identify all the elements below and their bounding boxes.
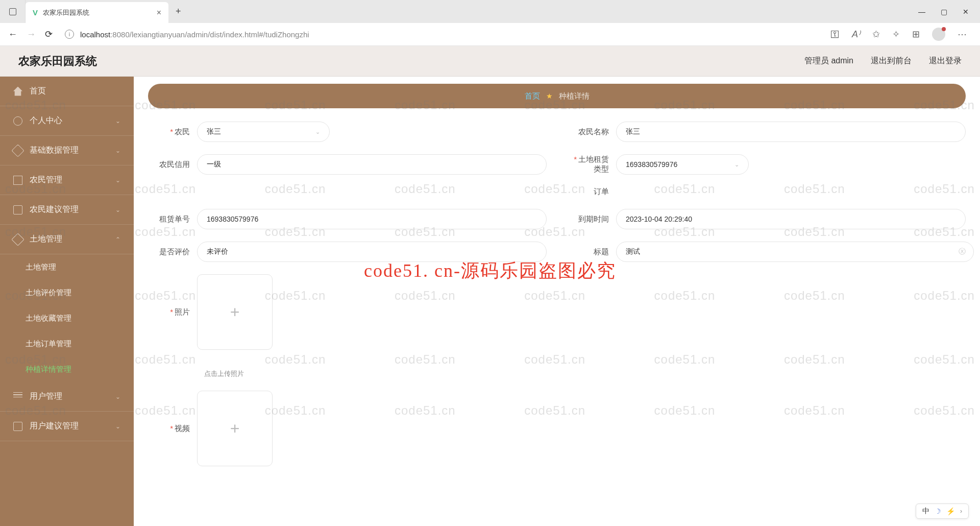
gear-icon (11, 144, 24, 157)
browser-tab[interactable]: V 农家乐田园系统 × (26, 2, 168, 23)
browser-titlebar: V 农家乐田园系统 × + — ▢ ✕ (0, 0, 980, 23)
sidebar-sub-plant-detail[interactable]: 种植详情管理 (0, 356, 134, 382)
sidebar-sub-land-review[interactable]: 土地评价管理 (0, 280, 134, 305)
app-title: 农家乐田园系统 (18, 54, 97, 69)
label-lease-no: 租赁单号 (159, 214, 190, 223)
list-icon (13, 392, 22, 401)
label-lease-type: 土地租赁类型 (578, 155, 609, 173)
chevron-down-icon: ⌄ (115, 206, 120, 213)
home-icon (13, 87, 22, 96)
chevron-down-icon: ⌄ (115, 177, 120, 184)
logout-link[interactable]: 退出登录 (929, 56, 962, 66)
flash-icon: ⚡ (946, 507, 955, 515)
favicon-icon: V (33, 8, 38, 17)
read-aloud-icon[interactable]: A⁾ (852, 29, 860, 40)
label-expire: 到期时间 (578, 214, 609, 223)
chevron-down-icon: ⌄ (115, 423, 120, 430)
profile-avatar[interactable] (932, 28, 945, 41)
sidebar-item-basic-data[interactable]: 基础数据管理 ⌄ (0, 136, 134, 165)
pin-icon (11, 233, 24, 246)
sidebar-sub-land[interactable]: 土地管理 (0, 254, 134, 280)
sidebar-item-land[interactable]: 土地管理 ⌃ (0, 225, 134, 254)
tab-strip-button[interactable] (0, 0, 26, 23)
app-header: 农家乐田园系统 管理员 admin 退出到前台 退出登录 (0, 46, 980, 77)
language-widget[interactable]: 中 ☽ ⚡ › (916, 504, 969, 519)
input-expire[interactable] (616, 209, 966, 229)
label-order: 订单 (594, 187, 609, 196)
sidebar-item-user[interactable]: 用户管理 ⌄ (0, 382, 134, 412)
upload-photo-hint: 点击上传照片 (204, 369, 966, 378)
detail-form: *农民 张三 ⌄ 农民名称 农民信用 *土地租赁类型 1693830579976 (148, 122, 966, 466)
clear-input-icon[interactable]: ⓧ (959, 247, 966, 256)
to-front-link[interactable]: 退出到前台 (871, 56, 912, 66)
select-lease-type[interactable]: 1693830579976 ⌄ (616, 154, 749, 175)
url-input[interactable]: i localhost:8080/lexiangtianyuan/admin/d… (62, 30, 821, 39)
input-lease-no[interactable] (197, 209, 547, 229)
label-title: 标题 (594, 247, 609, 256)
input-credit[interactable] (197, 154, 547, 175)
sidebar-sub-land-order[interactable]: 土地订单管理 (0, 331, 134, 356)
sidebar-item-farmer[interactable]: 农民管理 ⌄ (0, 165, 134, 195)
select-farmer[interactable]: 张三 ⌄ (197, 122, 330, 142)
chevron-down-icon: ⌄ (115, 393, 120, 400)
grid-icon (13, 176, 22, 185)
input-farmer-name[interactable] (616, 122, 966, 142)
star-icon: ★ (546, 92, 553, 100)
close-tab-icon[interactable]: × (157, 8, 161, 17)
window-controls: — ▢ ✕ (907, 0, 980, 23)
input-evaluated[interactable] (197, 242, 547, 262)
collections-icon[interactable]: ✧ (892, 29, 900, 40)
current-user[interactable]: 管理员 admin (804, 56, 853, 66)
doc-icon (13, 205, 22, 214)
address-bar: ← → ⟳ i localhost:8080/lexiangtianyuan/a… (0, 23, 980, 46)
breadcrumb: 首页 ★ 种植详情 (148, 84, 966, 108)
tab-title: 农家乐田园系统 (43, 8, 152, 17)
sidebar-item-farmer-advice[interactable]: 农民建议管理 ⌄ (0, 195, 134, 225)
chevron-down-icon: ⌄ (315, 129, 320, 135)
chevron-down-icon: ⌄ (115, 117, 120, 125)
favorite-icon[interactable]: ✩ (872, 29, 880, 40)
chevron-right-icon: › (960, 508, 962, 515)
user-icon (13, 116, 22, 126)
extensions-icon[interactable]: ⊞ (912, 29, 920, 40)
label-photo: 照片 (175, 307, 190, 316)
site-info-icon[interactable]: i (65, 30, 74, 39)
upload-video-box[interactable]: + (197, 391, 273, 466)
sidebar-sub-land-collect[interactable]: 土地收藏管理 (0, 305, 134, 331)
doc-icon (13, 422, 22, 431)
chevron-down-icon: ⌄ (115, 147, 120, 154)
chevron-down-icon: ⌄ (734, 161, 739, 168)
maximize-icon[interactable]: ▢ (941, 8, 947, 16)
upload-photo-box[interactable]: + (197, 274, 273, 350)
label-farmer: 农民 (175, 127, 190, 136)
sidebar: 首页 个人中心 ⌄ 基础数据管理 ⌄ 农民管理 ⌄ 农民建议管理 ⌄ 土地管理 … (0, 77, 134, 526)
url-text: localhost:8080/lexiangtianyuan/admin/dis… (80, 30, 309, 39)
label-evaluated: 是否评价 (159, 247, 190, 256)
back-button[interactable]: ← (8, 29, 17, 40)
label-credit: 农民信用 (159, 160, 190, 169)
content-area: 首页 ★ 种植详情 *农民 张三 ⌄ 农民名称 农民信用 (134, 77, 980, 526)
minimize-icon[interactable]: — (918, 8, 925, 16)
moon-icon: ☽ (935, 507, 941, 515)
label-video: 视频 (175, 424, 190, 433)
more-icon[interactable]: ⋯ (958, 29, 967, 40)
input-title[interactable] (616, 242, 974, 262)
sidebar-item-home[interactable]: 首页 (0, 77, 134, 106)
close-window-icon[interactable]: ✕ (963, 8, 969, 16)
new-tab-button[interactable]: + (168, 0, 188, 23)
sidebar-item-user-advice[interactable]: 用户建议管理 ⌄ (0, 412, 134, 441)
breadcrumb-current: 种植详情 (559, 91, 590, 101)
sidebar-item-personal[interactable]: 个人中心 ⌄ (0, 106, 134, 136)
forward-button: → (27, 29, 36, 40)
key-icon[interactable]: ⚿ (830, 29, 840, 40)
chevron-up-icon: ⌃ (115, 236, 120, 243)
breadcrumb-home[interactable]: 首页 (525, 91, 540, 101)
label-farmer-name: 农民名称 (578, 127, 609, 136)
refresh-button[interactable]: ⟳ (45, 29, 53, 40)
